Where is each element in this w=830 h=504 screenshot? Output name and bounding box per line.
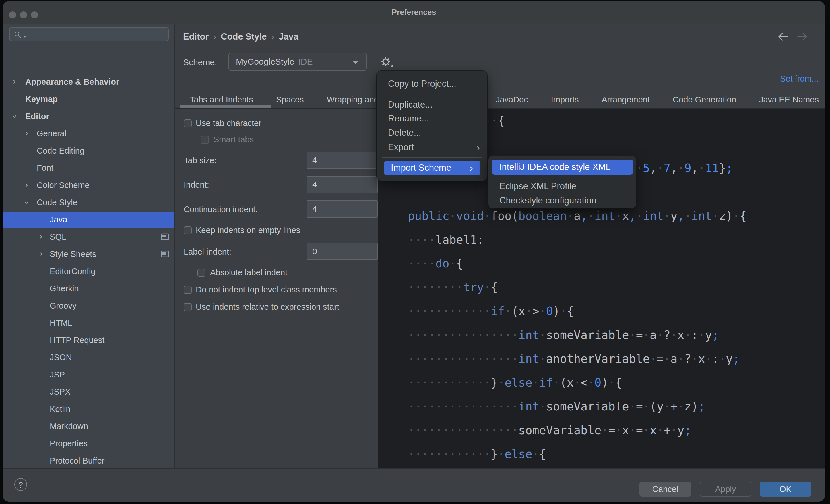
label-indent-input[interactable] bbox=[307, 243, 378, 260]
menu-item-import-scheme[interactable]: Import Scheme› bbox=[384, 161, 480, 175]
chevron-right-icon[interactable] bbox=[11, 79, 17, 85]
tab-tabs-and-indents[interactable]: Tabs and Indents bbox=[190, 95, 253, 104]
sidebar-item-font[interactable]: Font bbox=[3, 160, 174, 176]
chevron-right-icon[interactable] bbox=[38, 251, 44, 257]
sidebar-item-editorconfig[interactable]: EditorConfig bbox=[3, 263, 174, 279]
continuation-indent-input[interactable] bbox=[307, 200, 378, 218]
breadcrumb-separator: › bbox=[271, 32, 274, 41]
indents-relative-checkbox[interactable] bbox=[184, 303, 192, 311]
breadcrumb-java[interactable]: Java bbox=[279, 32, 298, 42]
sidebar-item-sql[interactable]: SQL bbox=[3, 229, 174, 245]
sidebar-item-keymap[interactable]: Keymap bbox=[3, 91, 174, 107]
breadcrumb: Editor›Code Style›Java bbox=[183, 32, 298, 42]
sidebar-item-label: Keymap bbox=[25, 94, 58, 104]
gear-icon[interactable] bbox=[379, 55, 393, 69]
breadcrumb-editor[interactable]: Editor bbox=[183, 32, 209, 42]
scheme-tag: IDE bbox=[298, 57, 313, 66]
cancel-button[interactable]: Cancel bbox=[639, 482, 691, 497]
help-icon[interactable]: ? bbox=[14, 478, 27, 491]
sidebar-item-jspx[interactable]: JSPX bbox=[3, 384, 174, 400]
sidebar-item-label: General bbox=[37, 129, 66, 138]
chevron-right-icon[interactable] bbox=[24, 182, 29, 188]
sidebar-item-appearance-behavior[interactable]: Appearance & Behavior bbox=[3, 74, 174, 90]
sidebar-item-label: Editor bbox=[25, 112, 50, 121]
continuation-indent-label: Continuation indent: bbox=[184, 204, 258, 214]
sidebar-item-label: JSP bbox=[50, 370, 65, 379]
sidebar-item-gherkin[interactable]: Gherkin bbox=[3, 280, 174, 296]
sidebar-item-label: Kotlin bbox=[50, 404, 71, 414]
sidebar-item-label: Code Style bbox=[37, 198, 77, 207]
chevron-down-icon[interactable] bbox=[24, 199, 29, 205]
menu-item-rename[interactable]: Rename... bbox=[377, 112, 487, 126]
chevron-right-icon[interactable] bbox=[38, 234, 44, 240]
sidebar-item-general[interactable]: General bbox=[3, 125, 174, 141]
forward-arrow-icon[interactable] bbox=[795, 31, 810, 42]
scheme-dropdown[interactable]: MyGoogleStyleIDE bbox=[228, 53, 367, 71]
smart-tabs-checkbox bbox=[201, 136, 209, 144]
settings-sidebar: Appearance & BehaviorKeymapEditorGeneral… bbox=[3, 24, 175, 468]
label-indent-label: Label indent: bbox=[184, 247, 231, 257]
sidebar-item-properties[interactable]: Properties bbox=[3, 435, 174, 451]
sidebar-item-java[interactable]: Java bbox=[3, 212, 174, 228]
breadcrumb-code-style[interactable]: Code Style bbox=[221, 32, 267, 42]
sidebar-item-groovy[interactable]: Groovy bbox=[3, 297, 174, 314]
chevron-right-icon[interactable] bbox=[24, 131, 29, 136]
sidebar-item-jsp[interactable]: JSP bbox=[3, 367, 174, 383]
sidebar-item-style-sheets[interactable]: Style Sheets bbox=[3, 246, 174, 262]
search-input[interactable] bbox=[28, 29, 164, 40]
absolute-label-indent-checkbox[interactable] bbox=[197, 269, 205, 277]
tab-spaces[interactable]: Spaces bbox=[276, 95, 304, 104]
submenu-item-checkstyle-configuration[interactable]: Checkstyle configuration bbox=[488, 193, 636, 208]
settings-search-box[interactable] bbox=[9, 27, 169, 41]
menu-item-copy-to-project[interactable]: Copy to Project... bbox=[377, 76, 487, 91]
menu-item-delete[interactable]: Delete... bbox=[377, 126, 487, 140]
tab-arrangement[interactable]: Arrangement bbox=[602, 95, 650, 104]
titlebar: Preferences bbox=[3, 1, 825, 24]
scheme-value: MyGoogleStyle bbox=[236, 57, 294, 66]
sidebar-item-code-editing[interactable]: Code Editing bbox=[3, 143, 174, 159]
menu-separator bbox=[382, 157, 482, 158]
window-title: Preferences bbox=[3, 8, 825, 17]
use-tab-character-checkbox[interactable] bbox=[184, 119, 192, 127]
code-line: ········try·{ bbox=[408, 276, 825, 300]
set-from-link[interactable]: Set from... bbox=[780, 74, 819, 84]
sidebar-item-label: Properties bbox=[50, 439, 88, 448]
code-line: ····do·{ bbox=[408, 252, 825, 276]
search-options-caret-icon[interactable] bbox=[23, 36, 26, 38]
tab-code-generation[interactable]: Code Generation bbox=[673, 95, 736, 104]
keep-indents-checkbox[interactable] bbox=[184, 226, 192, 234]
menu-item-export[interactable]: Export› bbox=[377, 140, 487, 154]
sidebar-item-label: Code Editing bbox=[37, 146, 84, 156]
sidebar-item-kotlin[interactable]: Kotlin bbox=[3, 401, 174, 417]
sidebar-item-label: Groovy bbox=[50, 301, 76, 311]
sidebar-item-label: HTML bbox=[50, 318, 72, 328]
submenu-item-intellij-idea-code-style-xml[interactable]: IntelliJ IDEA code style XML bbox=[492, 160, 633, 175]
sidebar-item-label: Appearance & Behavior bbox=[25, 77, 119, 87]
sidebar-tree: Appearance & BehaviorKeymapEditorGeneral… bbox=[3, 44, 174, 468]
sidebar-item-label: HTTP Request bbox=[50, 336, 104, 345]
tab-size-input[interactable] bbox=[307, 152, 378, 169]
tab-java-ee-names[interactable]: Java EE Names bbox=[759, 95, 819, 104]
selected-tab-underline bbox=[180, 105, 271, 107]
tab-javadoc[interactable]: JavaDoc bbox=[496, 95, 528, 104]
sidebar-item-http-request[interactable]: HTTP Request bbox=[3, 332, 174, 348]
submenu-item-eclipse-xml-profile[interactable]: Eclipse XML Profile bbox=[488, 179, 636, 193]
keep-indents-label: Keep indents on empty lines bbox=[196, 226, 300, 235]
indent-input[interactable] bbox=[307, 176, 378, 193]
sidebar-item-html[interactable]: HTML bbox=[3, 315, 174, 331]
sidebar-item-label: Style Sheets bbox=[50, 249, 96, 259]
sidebar-item-editor[interactable]: Editor bbox=[3, 108, 174, 124]
back-arrow-icon[interactable] bbox=[775, 31, 790, 42]
sidebar-item-color-scheme[interactable]: Color Scheme bbox=[3, 177, 174, 193]
sidebar-item-markdown[interactable]: Markdown bbox=[3, 418, 174, 434]
menu-separator bbox=[382, 94, 482, 94]
menu-item-duplicate[interactable]: Duplicate... bbox=[377, 98, 487, 112]
tab-imports[interactable]: Imports bbox=[551, 95, 579, 104]
sidebar-item-protocol-buffer[interactable]: Protocol Buffer bbox=[3, 453, 174, 469]
smart-tabs-label: Smart tabs bbox=[214, 135, 254, 145]
no-indent-top-level-checkbox[interactable] bbox=[184, 286, 192, 294]
sidebar-item-json[interactable]: JSON bbox=[3, 349, 174, 366]
sidebar-item-code-style[interactable]: Code Style bbox=[3, 194, 174, 210]
chevron-down-icon[interactable] bbox=[11, 114, 17, 119]
ok-button[interactable]: OK bbox=[760, 482, 811, 497]
